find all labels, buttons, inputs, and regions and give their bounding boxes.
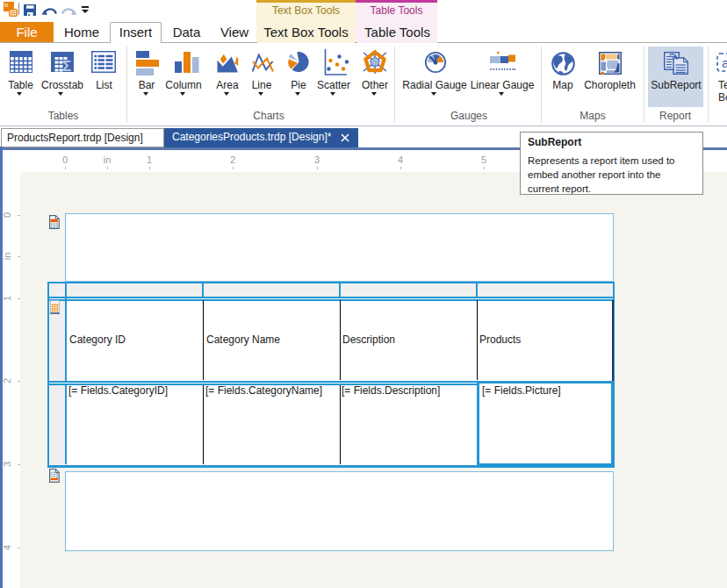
svg-text:Σ: Σ — [62, 58, 71, 73]
svg-text:R: R — [4, 3, 9, 8]
svg-text:a: a — [722, 55, 727, 70]
